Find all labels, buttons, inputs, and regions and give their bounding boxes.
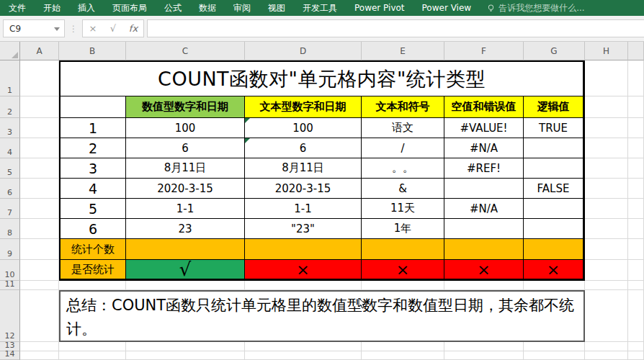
empty-grid-cell[interactable]: [59, 281, 126, 290]
cell-C7[interactable]: 1-1: [126, 199, 245, 219]
formula-input[interactable]: [147, 19, 644, 37]
empty-grid-cell[interactable]: [628, 96, 644, 118]
cell-B5[interactable]: 3: [61, 158, 126, 179]
cell-C5[interactable]: 8月11日: [126, 158, 245, 179]
row-header-14[interactable]: 14: [0, 351, 20, 360]
empty-grid-cell[interactable]: [59, 342, 126, 351]
empty-grid-cell[interactable]: [585, 239, 628, 260]
empty-grid-cell[interactable]: [362, 281, 444, 290]
cell-C10-check[interactable]: √: [126, 260, 245, 279]
empty-grid-cell[interactable]: [20, 118, 59, 138]
empty-grid-cell[interactable]: [585, 118, 628, 138]
empty-grid-cell[interactable]: [628, 60, 644, 96]
empty-grid-cell[interactable]: [628, 342, 644, 351]
cell-G8[interactable]: [524, 219, 583, 239]
empty-grid-cell[interactable]: [628, 290, 644, 342]
cell-F8[interactable]: [444, 219, 524, 239]
ribbon-tab-view[interactable]: 视图: [259, 0, 294, 16]
empty-grid-cell[interactable]: [444, 342, 524, 351]
ribbon-tab-formulas[interactable]: 公式: [156, 0, 190, 16]
header-cell-text-num[interactable]: 文本型数字和日期: [245, 96, 362, 118]
row-header-6[interactable]: 6: [0, 179, 20, 199]
ribbon-tab-file[interactable]: 文件: [0, 0, 35, 16]
cell-F3[interactable]: #VALUE!: [444, 118, 524, 138]
count-row-label[interactable]: 统计个数: [61, 239, 126, 260]
empty-grid-cell[interactable]: [585, 60, 628, 96]
cell-F7[interactable]: #N/A: [444, 199, 524, 219]
cell-G10-cross[interactable]: ×: [524, 260, 583, 279]
empty-grid-cell[interactable]: [59, 351, 126, 360]
cell-E6[interactable]: &: [362, 179, 444, 199]
cell-B2[interactable]: [61, 96, 126, 118]
select-all-corner[interactable]: [0, 42, 20, 60]
empty-grid-cell[interactable]: [245, 351, 362, 360]
empty-grid-cell[interactable]: [585, 351, 628, 360]
ribbon-tab-home[interactable]: 开始: [35, 0, 69, 16]
cell-B6[interactable]: 4: [61, 179, 126, 199]
empty-grid-cell[interactable]: [20, 290, 59, 342]
cell-C6[interactable]: 2020-3-15: [126, 179, 245, 199]
cell-C8[interactable]: 23: [126, 219, 245, 239]
row-header-10[interactable]: 10: [0, 260, 20, 281]
ribbon-tab-review[interactable]: 审阅: [225, 0, 259, 16]
header-cell-text-symbol[interactable]: 文本和符号: [362, 96, 444, 118]
empty-grid-cell[interactable]: [362, 351, 444, 360]
empty-grid-cell[interactable]: [628, 158, 644, 179]
cell-D4[interactable]: 6: [245, 138, 362, 158]
empty-grid-cell[interactable]: [245, 281, 362, 290]
ribbon-tab-developer[interactable]: 开发工具: [294, 0, 346, 16]
column-header-f[interactable]: F: [444, 42, 524, 60]
cell-F10-cross[interactable]: ×: [444, 260, 524, 279]
empty-grid-cell[interactable]: [628, 138, 644, 158]
cell-B4[interactable]: 2: [61, 138, 126, 158]
cell-E3[interactable]: 语文: [362, 118, 444, 138]
row-header-5[interactable]: 5: [0, 158, 20, 179]
empty-grid-cell[interactable]: [524, 281, 585, 290]
column-header-partial[interactable]: [628, 42, 644, 60]
check-row-label[interactable]: 是否统计: [61, 260, 126, 279]
cancel-button[interactable]: ×: [83, 23, 103, 34]
cell-E9[interactable]: [362, 239, 444, 260]
cell-G9[interactable]: [524, 239, 583, 260]
row-header-8[interactable]: 8: [0, 219, 20, 239]
row-header-1[interactable]: 1: [0, 60, 20, 96]
empty-grid-cell[interactable]: [20, 138, 59, 158]
cell-D7[interactable]: 1-1: [245, 199, 362, 219]
name-box-dropdown-icon[interactable]: [54, 27, 60, 31]
header-cell-numeric[interactable]: 数值型数字和日期: [126, 96, 245, 118]
cell-G7[interactable]: [524, 199, 583, 219]
empty-grid-cell[interactable]: [362, 342, 444, 351]
cell-G5[interactable]: [524, 158, 583, 179]
insert-function-button[interactable]: fx: [123, 23, 143, 34]
cell-G6[interactable]: FALSE: [524, 179, 583, 199]
empty-grid-cell[interactable]: [628, 239, 644, 260]
empty-grid-cell[interactable]: [585, 342, 628, 351]
cell-F4[interactable]: #N/A: [444, 138, 524, 158]
cell-B3[interactable]: 1: [61, 118, 126, 138]
empty-grid-cell[interactable]: [20, 219, 59, 239]
ribbon-tab-power-pivot[interactable]: Power Pivot: [346, 0, 413, 16]
cell-C4[interactable]: 6: [126, 138, 245, 158]
empty-grid-cell[interactable]: [20, 239, 59, 260]
row-header-9[interactable]: 9: [0, 239, 20, 260]
ribbon-tab-data[interactable]: 数据: [190, 0, 225, 16]
cell-B8[interactable]: 6: [61, 219, 126, 239]
empty-grid-cell[interactable]: [628, 260, 644, 281]
empty-grid-cell[interactable]: [20, 342, 59, 351]
cell-F9[interactable]: [444, 239, 524, 260]
empty-grid-cell[interactable]: [444, 351, 524, 360]
empty-grid-cell[interactable]: [20, 281, 59, 290]
empty-grid-cell[interactable]: [524, 342, 585, 351]
header-cell-logical[interactable]: 逻辑值: [524, 96, 583, 118]
cell-D8[interactable]: "23": [245, 219, 362, 239]
column-header-g[interactable]: G: [524, 42, 585, 60]
empty-grid-cell[interactable]: [628, 351, 644, 360]
empty-grid-cell[interactable]: [20, 60, 59, 96]
empty-grid-cell[interactable]: [585, 260, 628, 281]
cell-D3[interactable]: 100: [245, 118, 362, 138]
ribbon-tab-power-view[interactable]: Power View: [413, 0, 480, 16]
empty-grid-cell[interactable]: [126, 351, 245, 360]
empty-grid-cell[interactable]: [245, 342, 362, 351]
column-header-b[interactable]: B: [59, 42, 126, 60]
empty-grid-cell[interactable]: [20, 351, 59, 360]
